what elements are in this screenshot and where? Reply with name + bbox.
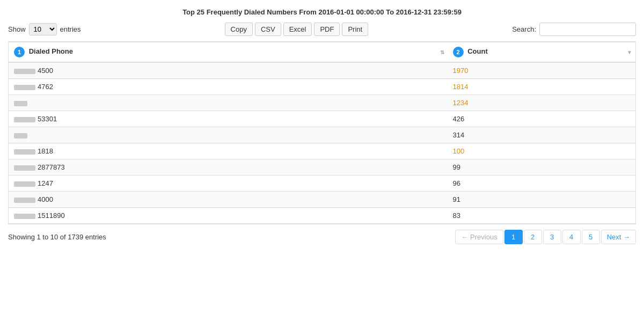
- col-count-num: 2: [453, 47, 464, 57]
- phone-suffix: 4000: [38, 195, 53, 203]
- table-row: 45001970: [9, 62, 635, 79]
- redacted-block: [14, 101, 27, 106]
- col-count-label: Count: [467, 47, 488, 55]
- copy-button[interactable]: Copy: [225, 23, 253, 36]
- table-row: 124796: [9, 176, 635, 192]
- redacted-block: [14, 69, 35, 74]
- csv-button[interactable]: CSV: [255, 23, 281, 36]
- phone-cell: [9, 95, 448, 111]
- sort-phone-icon: ⇅: [440, 49, 444, 55]
- count-cell: 96: [448, 176, 635, 192]
- table-body: 4500197047621814123453301426314181810028…: [9, 62, 635, 224]
- phone-suffix: 2877873: [38, 163, 65, 171]
- phone-cell: 53301: [9, 111, 448, 127]
- count-cell: 1814: [448, 79, 635, 95]
- phone-suffix: 53301: [38, 115, 57, 123]
- table-container: 1 Dialed Phone ⇅ 2 Count ▼ 4500197047621…: [8, 41, 636, 224]
- phone-cell: [9, 127, 448, 143]
- count-cell: 83: [448, 208, 635, 224]
- search-input[interactable]: [539, 23, 636, 36]
- export-buttons: Copy CSV Excel PDF Print: [225, 23, 369, 36]
- table-row: 287787399: [9, 159, 635, 176]
- search-label: Search:: [512, 25, 536, 33]
- phone-cell: 1818: [9, 143, 448, 159]
- page-2-button[interactable]: 2: [524, 230, 542, 244]
- show-entries: Show 10 25 50 100 entries: [8, 23, 81, 35]
- redacted-block: [14, 198, 35, 203]
- next-button[interactable]: Next →: [601, 230, 636, 244]
- col-count-header[interactable]: 2 Count ▼: [448, 42, 635, 63]
- phone-suffix: 4762: [38, 83, 53, 91]
- col-phone-header[interactable]: 1 Dialed Phone ⇅: [9, 42, 448, 63]
- count-cell: 426: [448, 111, 635, 127]
- page-title: Top 25 Frequently Dialed Numbers From 20…: [8, 8, 636, 16]
- phone-suffix: 1818: [38, 147, 53, 155]
- controls-row: Show 10 25 50 100 entries Copy CSV Excel…: [8, 23, 636, 36]
- count-cell: 99: [448, 159, 635, 176]
- table-row: 151189083: [9, 208, 635, 224]
- excel-button[interactable]: Excel: [283, 23, 312, 36]
- page-5-button[interactable]: 5: [582, 230, 600, 244]
- sort-count-icon: ▼: [627, 49, 632, 55]
- phone-cell: 2877873: [9, 159, 448, 176]
- redacted-block: [14, 149, 35, 155]
- prev-button[interactable]: ← Previous: [455, 230, 503, 244]
- phone-cell: 1511890: [9, 208, 448, 224]
- table-row: 47621814: [9, 79, 635, 95]
- showing-text: Showing 1 to 10 of 1739 entries: [8, 233, 106, 241]
- table-header-row: 1 Dialed Phone ⇅ 2 Count ▼: [9, 42, 635, 63]
- table-row: 314: [9, 127, 635, 143]
- count-cell: 1970: [448, 62, 635, 79]
- redacted-block: [14, 133, 27, 138]
- page-1-button[interactable]: 1: [504, 230, 523, 244]
- table-row: 53301426: [9, 111, 635, 127]
- count-cell: 314: [448, 127, 635, 143]
- count-cell: 1234: [448, 95, 635, 111]
- pagination: ← Previous 1 2 3 4 5 Next →: [455, 230, 636, 244]
- col-phone-num: 1: [14, 47, 25, 57]
- col-phone-label: Dialed Phone: [29, 47, 73, 55]
- table-row: 1234: [9, 95, 635, 111]
- phone-cell: 4500: [9, 62, 448, 79]
- count-cell: 100: [448, 143, 635, 159]
- data-table: 1 Dialed Phone ⇅ 2 Count ▼ 4500197047621…: [9, 42, 635, 224]
- phone-suffix: 1247: [38, 179, 53, 187]
- count-cell: 91: [448, 192, 635, 208]
- footer-row: Showing 1 to 10 of 1739 entries ← Previo…: [8, 230, 636, 244]
- redacted-block: [14, 181, 35, 187]
- show-label: Show: [8, 25, 26, 33]
- redacted-block: [14, 117, 35, 122]
- phone-cell: 4762: [9, 79, 448, 95]
- phone-suffix: 1511890: [38, 211, 65, 220]
- print-button[interactable]: Print: [342, 23, 368, 36]
- table-row: 1818100: [9, 143, 635, 159]
- redacted-block: [14, 165, 35, 171]
- pdf-button[interactable]: PDF: [314, 23, 340, 36]
- page-4-button[interactable]: 4: [562, 230, 581, 244]
- phone-suffix: 4500: [38, 67, 53, 75]
- phone-cell: 1247: [9, 176, 448, 192]
- entries-select[interactable]: 10 25 50 100: [29, 23, 57, 35]
- search-area: Search:: [512, 23, 636, 36]
- page-3-button[interactable]: 3: [543, 230, 561, 244]
- redacted-block: [14, 85, 35, 90]
- table-row: 400091: [9, 192, 635, 208]
- redacted-block: [14, 214, 35, 219]
- phone-cell: 4000: [9, 192, 448, 208]
- entries-label: entries: [60, 25, 81, 33]
